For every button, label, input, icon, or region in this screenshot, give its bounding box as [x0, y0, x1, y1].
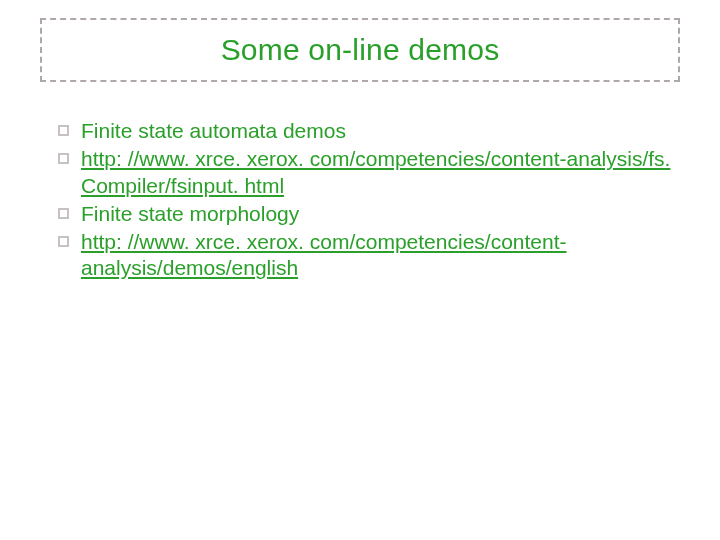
- bullet-icon: [58, 153, 69, 164]
- slide: Some on-line demos Finite state automata…: [0, 0, 720, 540]
- body-area: Finite state automata demos http: //www.…: [58, 118, 680, 284]
- bullet-link[interactable]: http: //www. xrce. xerox. com/competenci…: [81, 229, 680, 282]
- bullet-link[interactable]: http: //www. xrce. xerox. com/competenci…: [81, 146, 680, 199]
- bullet-icon: [58, 125, 69, 136]
- list-item: Finite state automata demos: [58, 118, 680, 144]
- bullet-icon: [58, 208, 69, 219]
- list-item: Finite state morphology: [58, 201, 680, 227]
- list-item: http: //www. xrce. xerox. com/competenci…: [58, 229, 680, 282]
- list-item: http: //www. xrce. xerox. com/competenci…: [58, 146, 680, 199]
- bullet-text: Finite state morphology: [81, 201, 680, 227]
- bullet-icon: [58, 236, 69, 247]
- slide-title: Some on-line demos: [221, 33, 500, 67]
- title-box: Some on-line demos: [40, 18, 680, 82]
- bullet-text: Finite state automata demos: [81, 118, 680, 144]
